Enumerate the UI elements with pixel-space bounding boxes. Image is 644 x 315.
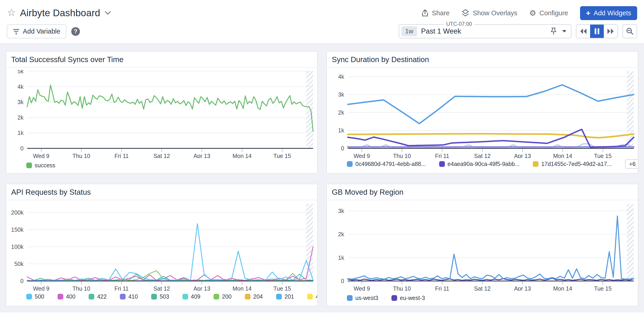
widget-grid: Total Successful Syncs over Time 5k4k3k2… — [6, 51, 638, 306]
favorite-star-icon[interactable]: ☆ — [7, 7, 16, 17]
legend-item[interactable]: 200 — [214, 293, 232, 300]
widget-gb-moved: GB Moved by Region 3k2k1k0Wed 9Thu 10Fri… — [326, 184, 638, 306]
legend-item[interactable]: 400 — [58, 293, 76, 300]
zoom-out-button[interactable] — [622, 24, 637, 38]
legend-item[interactable]: success — [26, 162, 55, 169]
gear-icon: ⚙ — [529, 9, 536, 17]
widget-api-requests: API Requests by Status 200k150k100k50k0W… — [6, 184, 318, 306]
chart-canvas[interactable]: 5k4k3k2k1k0Wed 9Thu 10Fri 11Sat 12Apr 13… — [6, 67, 317, 158]
add-widgets-button[interactable]: + Add Widgets — [580, 6, 637, 20]
legend-color-chip — [276, 294, 282, 300]
chart-legend: 0c49680d-4791-4ebb-a88...e4aea90a-90ca-4… — [327, 159, 638, 173]
legend-label: 200 — [222, 293, 232, 300]
add-variable-button[interactable]: Add Variable — [7, 24, 66, 38]
widget-title: Sync Duration by Destination — [327, 52, 638, 67]
dashboard-header: ☆ Airbyte Dashboard Share Show Overlays … — [0, 0, 644, 23]
time-range-picker[interactable]: UTC-07:00 1w Past 1 Week — [399, 24, 572, 38]
y-tick-label: 4k — [338, 73, 344, 80]
pause-button[interactable] — [590, 25, 604, 38]
show-overlays-label: Show Overlays — [473, 9, 517, 17]
y-tick-label: 1k — [338, 127, 344, 134]
chart-legend: success — [6, 162, 317, 173]
pending-data-hatch — [627, 204, 634, 281]
y-tick-label: 100k — [11, 244, 24, 250]
time-controls: UTC-07:00 1w Past 1 Week — [399, 24, 637, 38]
chart-canvas[interactable]: 200k150k100k50k0Wed 9Thu 10Fri 11Sat 12A… — [6, 200, 317, 291]
series-line-500[interactable] — [27, 224, 313, 281]
series-line-success[interactable] — [27, 85, 313, 131]
x-tick-label: Mon 14 — [232, 285, 252, 291]
x-tick-label: Wed 9 — [354, 153, 370, 158]
y-tick-label: 3k — [338, 91, 344, 98]
y-tick-label: 0 — [20, 278, 24, 284]
help-icon[interactable]: ? — [71, 27, 80, 36]
legend-label: e4aea90a-90ca-49f5-9abb... — [448, 161, 520, 167]
legend-item[interactable]: 204 — [245, 293, 263, 300]
series-line-17d1455c-7ed5-49d2-a17...[interactable] — [348, 134, 634, 138]
chart-canvas[interactable]: 3k2k1k0Wed 9Thu 10Fri 11Sat 12Apr 13Mon … — [327, 200, 638, 291]
forward-button[interactable] — [604, 25, 618, 38]
header-actions: Share Show Overlays ⚙ Configure + Add Wi… — [421, 6, 637, 20]
zoom-out-icon — [626, 27, 634, 35]
pause-icon — [594, 28, 600, 34]
chart-canvas[interactable]: 4k3k2k1k0Wed 9Thu 10Fri 11Sat 12Apr 13Mo… — [327, 67, 638, 158]
backward-button[interactable] — [576, 25, 590, 38]
legend-color-chip — [392, 295, 397, 301]
y-tick-label: 150k — [11, 226, 24, 233]
x-tick-label: Thu 10 — [393, 153, 411, 158]
plus-icon: + — [586, 9, 590, 17]
configure-label: Configure — [540, 9, 568, 17]
x-tick-label: Wed 9 — [33, 153, 49, 158]
legend-color-chip — [26, 294, 32, 300]
y-tick-label: 5k — [18, 70, 24, 74]
legend-item[interactable]: us-west3 — [347, 295, 378, 301]
legend-item[interactable]: 0c49680d-4791-4ebb-a88... — [347, 161, 426, 167]
legend-item[interactable]: 409 — [182, 293, 200, 300]
dashboard-body: Total Successful Syncs over Time 5k4k3k2… — [0, 44, 644, 313]
y-tick-label: 2k — [18, 114, 24, 121]
legend-color-chip — [88, 294, 94, 300]
legend-item[interactable]: e4aea90a-90ca-49f5-9abb... — [439, 161, 520, 167]
x-tick-label: Apr 13 — [514, 153, 531, 158]
x-tick-label: Fri 11 — [435, 285, 449, 291]
legend-item[interactable]: 403 — [307, 293, 318, 300]
caret-down-icon[interactable] — [562, 30, 567, 33]
pin-icon[interactable] — [550, 27, 557, 35]
widget-title: API Requests by Status — [6, 184, 317, 200]
share-label: Share — [432, 9, 450, 17]
timebox-icons — [550, 27, 567, 35]
legend-overflow-button[interactable]: +6 — [625, 159, 638, 169]
range-shortcut-chip[interactable]: 1w — [402, 26, 417, 36]
share-button[interactable]: Share — [421, 9, 450, 17]
configure-button[interactable]: ⚙ Configure — [529, 9, 568, 17]
legend-label: success — [35, 162, 55, 169]
widget-sync-duration: Sync Duration by Destination 4k3k2k1k0We… — [326, 51, 638, 174]
x-tick-label: Apr 13 — [514, 285, 531, 291]
x-tick-label: Mon 14 — [232, 153, 252, 158]
legend-label: 422 — [97, 293, 107, 300]
legend-item[interactable]: 500 — [26, 293, 44, 300]
legend-item[interactable]: 201 — [276, 293, 294, 300]
series-line-0c49680d-4791-4ebb-a88...[interactable] — [348, 85, 634, 124]
series-line-us-west3[interactable] — [348, 216, 634, 279]
x-tick-label: Tue 15 — [273, 285, 291, 291]
add-variable-label: Add Variable — [23, 28, 60, 35]
legend-label: 17d1455c-7ed5-49d2-a17... — [541, 161, 612, 167]
show-overlays-button[interactable]: Show Overlays — [461, 9, 517, 17]
legend-item[interactable]: 410 — [120, 293, 138, 300]
add-widgets-label: Add Widgets — [594, 9, 631, 17]
x-tick-label: Thu 10 — [72, 285, 90, 291]
pending-data-hatch — [627, 71, 634, 148]
chart-legend: us-west3eu-west-3 — [327, 295, 638, 306]
legend-color-chip — [307, 294, 313, 300]
legend-item[interactable]: 422 — [88, 293, 107, 300]
y-tick-label: 200k — [11, 209, 24, 216]
legend-item[interactable]: eu-west-3 — [392, 295, 425, 301]
x-tick-label: Sat 12 — [154, 285, 170, 291]
legend-item[interactable]: 17d1455c-7ed5-49d2-a17... — [533, 161, 612, 167]
x-tick-label: Apr 13 — [194, 153, 210, 158]
legend-item[interactable]: 503 — [151, 293, 169, 300]
title-chevron-down-icon[interactable] — [104, 11, 111, 15]
x-tick-label: Fri 11 — [114, 153, 128, 158]
y-tick-label: 0 — [20, 145, 24, 152]
